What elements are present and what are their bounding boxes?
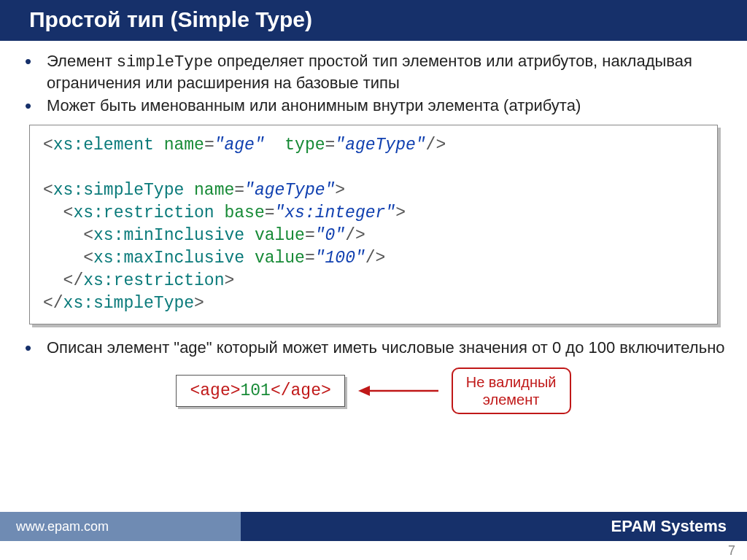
xml-attr: name [194,181,234,200]
bullet-item: Описан элемент "age" который может иметь… [44,338,725,358]
bullets-top: Элемент simpleType определяет простой ти… [22,51,725,116]
xml-attr: value [255,226,305,245]
svg-marker-1 [358,386,370,396]
xml-attr-value: "age" [214,136,265,155]
text: Элемент [47,52,117,70]
xml-tag: xs:maxInclusive [93,249,244,268]
page-number: 7 [728,543,735,559]
slide-content: Элемент simpleType определяет простой ти… [0,41,747,414]
xml-attr-value: "100" [315,249,365,268]
slide-title: Простой тип (Simple Type) [0,0,747,41]
callout-line: Не валидный [466,374,557,390]
bullets-bottom: Описан элемент "age" который может иметь… [22,338,725,358]
footer-company: EPAM Systems [241,512,747,541]
xml-attr-value: "ageType" [335,136,425,155]
xml-tag: </age> [271,381,331,400]
callout-row: <age>101</age> Не валидный элемент [22,368,725,414]
bullet-item: Элемент simpleType определяет простой ти… [44,51,725,93]
xml-attr: base [224,203,264,222]
footer: www.epam.com EPAM Systems [0,512,747,541]
xml-text: 101 [241,381,271,400]
xml-tag: xs:restriction [83,271,224,290]
xml-tag: xs:simpleType [63,294,194,313]
xml-tag: xs:restriction [73,203,214,222]
xml-attr: name [164,136,204,155]
code-inline: simpleType [117,53,213,71]
xml-attr-value: "xs:integer" [275,203,396,222]
callout-line: элемент [483,392,540,408]
footer-url: www.epam.com [0,512,241,541]
invalid-example-box: <age>101</age> [176,375,344,407]
xml-tag: xs:minInclusive [93,226,244,245]
xml-attr: value [255,249,305,268]
xml-attr: type [285,136,325,155]
arrow-left-icon [358,384,438,398]
code-block: <xs:element name="age" type="ageType"/> … [29,125,718,324]
xml-tag: <age> [190,381,240,400]
xml-tag: xs:element [53,136,154,155]
xml-attr-value: "0" [315,226,345,245]
callout-box: Не валидный элемент [452,368,571,414]
xml-tag: xs:simpleType [53,181,184,200]
bullet-item: Может быть именованным или анонимным вну… [44,96,725,116]
xml-attr-value: "ageType" [244,181,335,200]
